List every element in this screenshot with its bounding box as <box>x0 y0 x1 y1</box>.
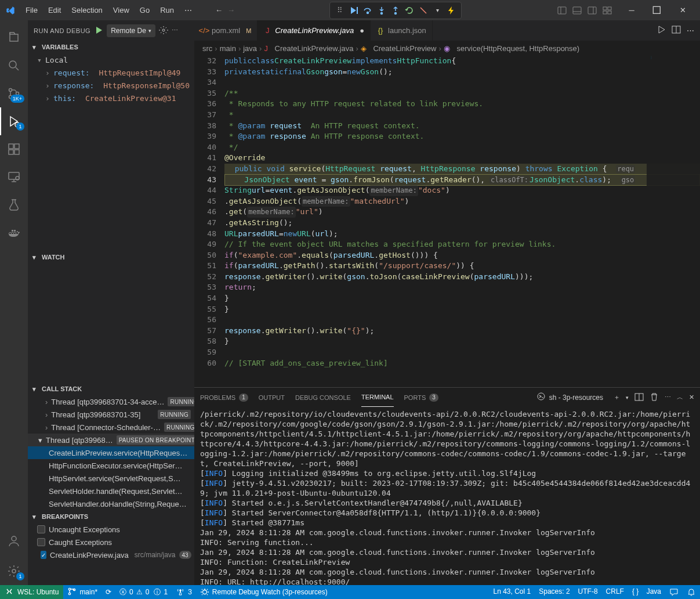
toggle-panel-right-icon[interactable] <box>586 5 598 16</box>
variable-row[interactable]: ›request: HttpRequestImpl@49 <box>28 66 194 79</box>
variable-row[interactable]: ›response: HttpResponseImpl@50 <box>28 79 194 92</box>
docker-icon[interactable] <box>0 219 28 247</box>
status-eol[interactable]: CRLF <box>602 587 628 596</box>
panel-tab-terminal[interactable]: TERMINAL <box>361 388 394 407</box>
new-terminal-icon[interactable]: ＋ <box>614 393 620 402</box>
accounts-icon[interactable] <box>0 527 28 555</box>
terminal-name[interactable]: sh - 3p-resources <box>536 392 603 403</box>
menu-selection[interactable]: Selection <box>67 3 107 17</box>
restart-icon[interactable] <box>403 4 416 17</box>
breakpoint-uncaught[interactable]: Uncaught Exceptions <box>28 523 194 536</box>
trash-icon[interactable] <box>650 392 659 403</box>
gear-icon[interactable] <box>159 26 168 36</box>
code-editor[interactable]: 3233343536373839404142▶43444546474849505… <box>194 56 700 387</box>
callstack-header[interactable]: ▾ CALL STACK <box>28 383 194 395</box>
status-branch[interactable]: main* <box>63 585 101 599</box>
step-into-icon[interactable] <box>375 4 388 17</box>
tab-pom[interactable]: </> pom.xmlM <box>194 20 257 41</box>
extensions-icon[interactable] <box>0 135 28 163</box>
callstack-frame[interactable]: ServletHandler.doHandle(String,Reque… <box>28 497 194 510</box>
step-over-icon[interactable] <box>361 4 374 17</box>
chevron-down-icon[interactable]: ▾ <box>626 395 629 400</box>
callstack-frame[interactable]: HttpFunctionExecutor.service(HttpSer… <box>28 459 194 472</box>
breakpoint-caught[interactable]: Caught Exceptions <box>28 536 194 549</box>
tab-createlinkpreview[interactable]: J CreateLinkPreview.java ● <box>257 20 371 41</box>
start-debug-icon[interactable] <box>94 26 103 36</box>
toggle-panel-bottom-icon[interactable] <box>571 5 583 16</box>
checkbox-icon[interactable] <box>37 538 45 546</box>
search-icon[interactable] <box>0 52 28 80</box>
menu-edit[interactable]: Edit <box>43 3 66 17</box>
split-terminal-icon[interactable] <box>634 392 644 403</box>
status-ports[interactable]: 3 <box>172 585 196 599</box>
menu-view[interactable]: View <box>108 3 134 17</box>
callstack-frame[interactable]: ServletHolder.handle(Request,Servlet… <box>28 485 194 497</box>
status-feedback-icon[interactable] <box>665 587 683 597</box>
debug-config-select[interactable]: Remote De ▾ <box>107 24 155 37</box>
panel-tab-output[interactable]: OUTPUT <box>259 388 285 407</box>
variables-header[interactable]: ▾ VARIABLES <box>28 41 194 53</box>
status-position[interactable]: Ln 43, Col 1 <box>489 587 535 596</box>
maximize-icon[interactable] <box>644 0 670 20</box>
split-editor-icon[interactable] <box>672 25 681 36</box>
status-encoding[interactable]: UTF-8 <box>574 587 602 596</box>
menu-file[interactable]: File <box>21 3 42 17</box>
checkbox-icon[interactable] <box>41 551 46 559</box>
chevron-up-icon[interactable]: ︿ <box>677 393 683 402</box>
tab-launch[interactable]: {} launch.json <box>371 20 433 41</box>
callstack-frame[interactable]: CreateLinkPreview.service(HttpReques… <box>28 446 194 459</box>
nav-back-icon[interactable]: ← <box>215 6 223 15</box>
menu-run[interactable]: Run <box>155 3 179 17</box>
callstack-frame[interactable]: HttpServlet.service(ServletRequest,S… <box>28 472 194 485</box>
menu-overflow[interactable]: ⋯ <box>180 3 197 17</box>
breakpoint-file[interactable]: CreateLinkPreview.java src/main/java 43 <box>28 549 194 561</box>
status-bell-icon[interactable] <box>683 587 700 597</box>
drag-handle-icon[interactable]: ⠿ <box>333 4 346 17</box>
step-out-icon[interactable] <box>389 4 402 17</box>
chevron-down-icon[interactable]: ▾ <box>431 4 444 17</box>
toggle-panel-left-icon[interactable] <box>556 5 568 16</box>
customize-layout-icon[interactable] <box>601 5 613 16</box>
breadcrumb[interactable]: src› main› java› J CreateLinkPreview.jav… <box>194 41 700 56</box>
run-tab-action-icon[interactable] <box>657 25 666 36</box>
callstack-thread[interactable]: ›Thread [qtp399683701-34-acce…RUNNING <box>28 395 194 408</box>
watch-header[interactable]: ▾ WATCH <box>28 251 194 264</box>
status-problems[interactable]: ⓧ0 ⚠0 ⓘ1 <box>115 585 172 599</box>
close-icon[interactable]: ● <box>360 26 364 35</box>
panel-tab-ports[interactable]: PORTS3 <box>404 388 438 407</box>
source-control-icon[interactable]: 1K+ <box>0 80 28 107</box>
continue-icon[interactable] <box>347 4 360 17</box>
run-debug-icon[interactable]: 1 <box>0 107 28 135</box>
sidebar: RUN AND DEBUG Remote De ▾ ⋯ ▾ VARIABLES … <box>28 20 194 585</box>
callstack-thread[interactable]: ›Thread [Connector-Scheduler-…RUNNING <box>28 421 194 434</box>
close-icon[interactable]: ✕ <box>670 0 695 20</box>
terminal-output[interactable]: /pierrick/.m2/repository/io/cloudevents/… <box>194 407 700 585</box>
remote-indicator[interactable]: WSL: Ubuntu <box>0 585 63 599</box>
status-spaces[interactable]: Spaces: 2 <box>535 587 574 596</box>
remote-explorer-icon[interactable] <box>0 163 28 191</box>
callstack-thread[interactable]: ▾Thread [qtp39968…PAUSED ON BREAKPOINT <box>28 434 194 446</box>
close-panel-icon[interactable]: ✕ <box>689 394 694 401</box>
panel-tab-problems[interactable]: PROBLEMS1 <box>200 388 248 407</box>
minimap[interactable] <box>647 56 700 369</box>
disconnect-icon[interactable] <box>417 4 430 17</box>
nav-forward-icon[interactable]: → <box>227 6 235 15</box>
more-icon[interactable]: ⋯ <box>172 27 178 34</box>
breakpoints-header[interactable]: ▾ BREAKPOINTS <box>28 510 194 523</box>
more-icon[interactable]: ⋯ <box>687 26 694 35</box>
status-debug[interactable]: Remote Debug Watch (3p-resources) <box>196 585 332 599</box>
menu-go[interactable]: Go <box>135 3 154 17</box>
hot-reload-icon[interactable] <box>445 4 458 17</box>
status-sync[interactable]: ⟳ <box>101 585 115 599</box>
variable-row[interactable]: ›this: CreateLinkPreview@31 <box>28 92 194 104</box>
status-lang[interactable]: { } Java <box>628 587 665 596</box>
panel-tab-debugconsole[interactable]: DEBUG CONSOLE <box>295 388 351 407</box>
callstack-thread[interactable]: ›Thread [qtp399683701-35]RUNNING <box>28 408 194 421</box>
minimize-icon[interactable]: ─ <box>619 0 644 20</box>
settings-gear-icon[interactable]: 1 <box>0 557 28 585</box>
checkbox-icon[interactable] <box>37 525 45 533</box>
explorer-icon[interactable] <box>0 24 28 52</box>
testing-icon[interactable] <box>0 191 28 219</box>
variables-scope[interactable]: ▾Local <box>28 53 194 66</box>
more-icon[interactable]: ⋯ <box>665 394 671 401</box>
